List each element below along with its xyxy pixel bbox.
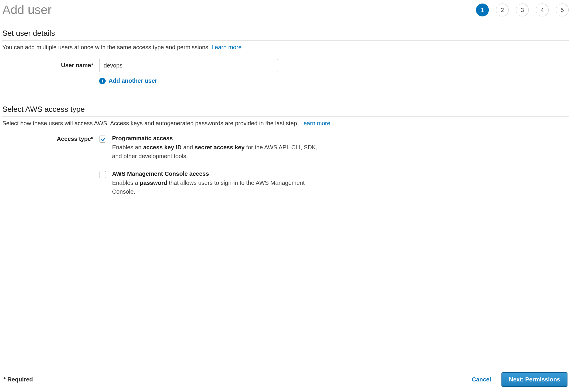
console-access-checkbox[interactable] xyxy=(99,171,106,178)
section-title-user-details: Set user details xyxy=(2,29,569,40)
learn-more-link-access-type[interactable]: Learn more xyxy=(300,120,330,126)
add-another-user-label: Add another user xyxy=(109,77,157,84)
plus-circle-icon: + xyxy=(99,78,106,84)
add-another-user-button[interactable]: + Add another user xyxy=(99,77,569,84)
section-desc-user-details: You can add multiple users at once with … xyxy=(2,44,569,51)
step-4[interactable]: 4 xyxy=(536,4,549,16)
username-input[interactable] xyxy=(99,59,278,72)
section-desc-access-type: Select how these users will access AWS. … xyxy=(2,120,569,127)
console-access-desc: Enables a password that allows users to … xyxy=(112,178,323,196)
programmatic-access-desc: Enables an access key ID and secret acce… xyxy=(112,143,323,160)
user-details-desc-text: You can add multiple users at once with … xyxy=(2,44,210,50)
username-label: User name* xyxy=(2,59,99,69)
access-type-label: Access type* xyxy=(2,135,99,142)
step-5[interactable]: 5 xyxy=(556,4,569,16)
section-title-access-type: Select AWS access type xyxy=(2,105,569,116)
step-2[interactable]: 2 xyxy=(496,4,509,16)
step-1[interactable]: 1 xyxy=(476,4,489,16)
programmatic-access-checkbox[interactable] xyxy=(99,136,106,143)
learn-more-link-user-details[interactable]: Learn more xyxy=(212,44,241,50)
console-access-title: AWS Management Console access xyxy=(112,170,569,177)
programmatic-access-title: Programmatic access xyxy=(112,135,569,142)
access-type-desc-text: Select how these users will access AWS. … xyxy=(2,120,299,126)
step-3[interactable]: 3 xyxy=(516,4,529,16)
wizard-steps: 1 2 3 4 5 xyxy=(476,4,569,16)
page-title: Add user xyxy=(2,3,52,17)
